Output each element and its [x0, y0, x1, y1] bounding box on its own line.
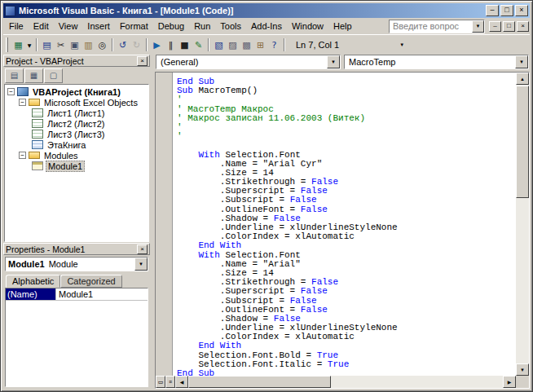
view-excel-dropdown[interactable]: ▼ — [25, 38, 33, 52]
menu-run[interactable]: Run — [189, 20, 215, 33]
cut-button[interactable]: ✂ — [54, 38, 68, 52]
property-name-cell[interactable]: (Name) — [6, 288, 56, 300]
menu-tools[interactable]: Tools — [215, 20, 246, 33]
chevron-down-icon[interactable]: ▼ — [134, 258, 148, 271]
vbe-window: Microsoft Visual Basic - Книга1 - [Modul… — [0, 0, 533, 392]
code-editor[interactable]: End SubSub MacroTemp()'' MacroTemp Макро… — [174, 73, 516, 376]
vertical-scrollbar[interactable]: ▲ ▼ — [516, 73, 529, 376]
object-combobox[interactable]: Module1 Module ▼ — [5, 257, 148, 271]
scroll-left-button[interactable]: ◀ — [175, 376, 188, 388]
tab-categorized[interactable]: Categorized — [60, 275, 121, 288]
tree-item-modules-folder[interactable]: − Modules — [6, 150, 148, 161]
toolbox-button[interactable]: ⊞ — [253, 38, 267, 52]
property-value-cell[interactable]: Module1 — [56, 288, 148, 300]
project-close-button[interactable]: × — [137, 56, 148, 66]
horizontal-scroll-thumb[interactable] — [188, 376, 331, 388]
restore-button[interactable]: □ — [500, 5, 513, 16]
menu-edit[interactable]: Edit — [29, 20, 54, 33]
tree-item-module1[interactable]: Module1 — [6, 161, 148, 171]
menu-addins[interactable]: Add-Ins — [246, 20, 287, 33]
margin-indicator-bar[interactable] — [156, 73, 173, 376]
code-line[interactable]: Sub MacroTemp() — [177, 86, 516, 95]
chevron-down-icon[interactable]: ▼ — [472, 20, 484, 33]
save-button[interactable]: ▤ — [40, 38, 54, 52]
chevron-down-icon[interactable]: ▼ — [515, 55, 528, 68]
redo-button: ↻ — [130, 38, 143, 52]
paste-button[interactable]: ▥ — [81, 38, 95, 52]
undo-button[interactable]: ↺ — [116, 38, 130, 52]
menu-window[interactable]: Window — [287, 20, 328, 33]
view-excel-button[interactable]: ▦ — [11, 38, 25, 52]
close-button[interactable]: × — [515, 5, 528, 16]
toolbar-options-button[interactable]: ▼ — [396, 38, 407, 51]
collapse-icon[interactable]: − — [7, 88, 15, 95]
scroll-down-button[interactable]: ▼ — [516, 363, 529, 376]
code-bottom-bar: ▭ ≡ ◀ ▶ — [156, 376, 516, 388]
object-dropdown[interactable]: (General) ▼ — [156, 55, 341, 69]
code-line[interactable]: ' Макрос записан 11.06.2003 (Витек) — [177, 114, 516, 123]
toggle-folders-button[interactable]: ▢ — [44, 68, 63, 83]
chevron-down-icon[interactable]: ▼ — [327, 55, 340, 68]
code-line[interactable]: ' — [177, 123, 516, 132]
tree-item-sheet2[interactable]: Лист2 (Лист2) — [6, 118, 148, 129]
tab-alphabetic[interactable]: Alphabetic — [6, 275, 60, 288]
properties-grid: (Name) Module1 — [5, 288, 148, 387]
scroll-right-button[interactable]: ▶ — [503, 376, 516, 388]
menu-insert[interactable]: Insert — [82, 20, 115, 33]
menu-view[interactable]: View — [54, 20, 83, 33]
tree-item-excel-objects[interactable]: − Microsoft Excel Objects — [6, 97, 148, 108]
object-browser-button[interactable]: ▩ — [240, 38, 253, 52]
vertical-scroll-thumb[interactable] — [516, 86, 529, 198]
child-minimize-button[interactable]: – — [489, 21, 501, 32]
toolbar-buttons: ▦▼▤✂▣▥◎↺↻▶‖■✎▧▨▩⊞? — [11, 38, 281, 52]
menu-debug[interactable]: Debug — [153, 20, 189, 33]
scroll-up-button[interactable]: ▲ — [516, 73, 529, 85]
tree-item-sheet1[interactable]: Лист1 (Лист1) — [6, 108, 148, 118]
break-button[interactable]: ‖ — [164, 38, 178, 52]
horizontal-scrollbar[interactable]: ◀ ▶ — [175, 376, 516, 388]
menu-help[interactable]: Help — [328, 20, 357, 33]
reset-button[interactable]: ■ — [178, 38, 192, 52]
procedure-dropdown-value: MacroTemp — [349, 57, 395, 67]
property-row[interactable]: (Name) Module1 — [6, 288, 148, 301]
code-line[interactable]: ' — [177, 132, 516, 141]
toolbar-separator — [284, 38, 285, 51]
toolbar-grip[interactable] — [6, 37, 8, 52]
cursor-position-indicator: Ln 7, Col 1 — [296, 40, 339, 50]
project-panel-toolbar: ▤ ▦ ▢ — [3, 67, 150, 84]
collapse-icon[interactable]: − — [19, 99, 26, 106]
properties-panel-header[interactable]: Properties - Module1 × — [3, 243, 150, 255]
question-placeholder: Введите вопрос — [393, 21, 472, 31]
collapse-icon[interactable]: − — [19, 152, 26, 159]
question-input[interactable]: Введите вопрос ▼ — [389, 20, 485, 33]
project-explorer-button[interactable]: ▧ — [212, 38, 226, 52]
procedure-view-button[interactable]: ▭ — [156, 376, 165, 388]
properties-close-button[interactable]: × — [137, 244, 148, 254]
view-object-button[interactable]: ▦ — [24, 68, 43, 83]
minimize-button[interactable]: – — [486, 5, 499, 16]
project-panel-title: Project - VBAProject — [6, 56, 137, 66]
vb-app-icon — [5, 6, 15, 16]
child-close-button[interactable]: × — [517, 21, 529, 32]
tree-item-vbaproject[interactable]: − VBAProject (Книга1) — [6, 86, 148, 97]
view-code-button[interactable]: ▤ — [5, 68, 24, 83]
help-button[interactable]: ? — [267, 38, 281, 52]
menu-file[interactable]: File — [4, 20, 29, 33]
child-restore-button[interactable]: □ — [503, 21, 515, 32]
procedure-dropdown[interactable]: MacroTemp ▼ — [344, 55, 529, 69]
titlebar[interactable]: Microsoft Visual Basic - Книга1 - [Modul… — [3, 3, 530, 18]
tree-item-thisworkbook[interactable]: ЭтаКнига — [6, 139, 148, 150]
full-module-view-button[interactable]: ≡ — [165, 376, 175, 388]
code-line[interactable]: End Sub — [177, 369, 516, 376]
toolbar-separator — [146, 38, 148, 51]
project-panel-header[interactable]: Project - VBAProject × — [3, 55, 150, 67]
worksheet-icon — [32, 119, 43, 128]
copy-button[interactable]: ▣ — [68, 38, 81, 52]
design-mode-button[interactable]: ✎ — [192, 38, 205, 52]
code-line[interactable]: Selection.Font.Italic = True — [177, 360, 516, 369]
properties-window-button[interactable]: ▨ — [226, 38, 240, 52]
menu-format[interactable]: Format — [115, 20, 153, 33]
tree-item-sheet3[interactable]: Лист3 (Лист3) — [6, 129, 148, 139]
find-button[interactable]: ◎ — [95, 38, 109, 52]
run-button[interactable]: ▶ — [150, 38, 164, 52]
